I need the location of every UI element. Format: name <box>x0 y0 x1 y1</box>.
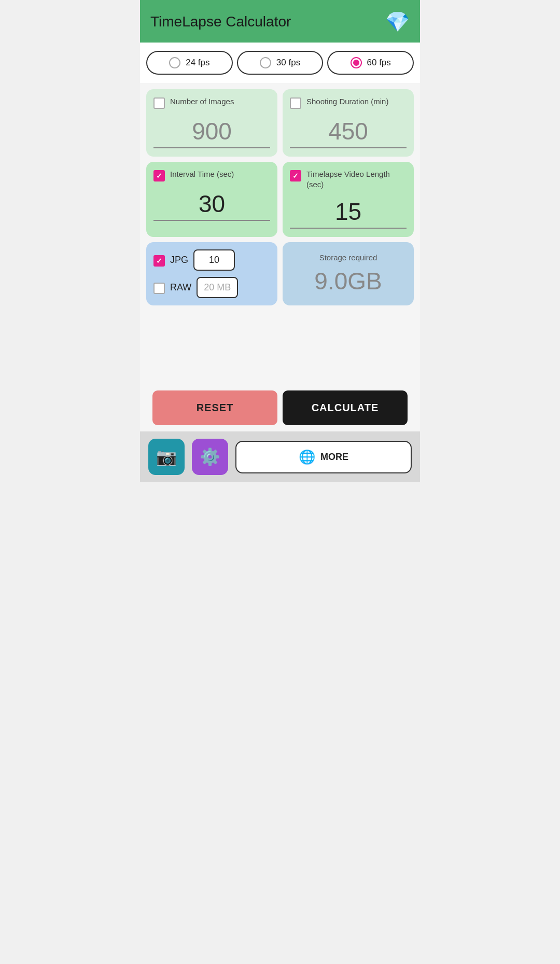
checkbox-raw[interactable] <box>153 283 165 294</box>
jpg-input[interactable] <box>193 249 235 271</box>
settings-nav-button[interactable]: ⚙️ <box>192 439 228 475</box>
card-video-length-header: ✓ Timelapse Video Length (sec) <box>290 169 407 189</box>
card-interval-time-value[interactable]: 30 <box>153 190 270 221</box>
fps-option-60[interactable]: 60 fps <box>327 51 414 75</box>
checkmark-video: ✓ <box>292 172 299 179</box>
row-interval-video: ✓ Interval Time (sec) 30 ✓ Timelapse Vid… <box>146 162 414 237</box>
card-shooting-duration-header: Shooting Duration (min) <box>290 96 407 109</box>
checkbox-video-length[interactable]: ✓ <box>290 170 301 181</box>
row-file-storage: ✓ JPG RAW Storage required 9.0GB <box>146 242 414 305</box>
storage-label: Storage required <box>319 253 377 262</box>
checkmark-jpg: ✓ <box>156 257 162 264</box>
radio-24 <box>169 57 180 68</box>
fps-label-24: 24 fps <box>186 58 209 68</box>
card-shooting-duration: Shooting Duration (min) 450 <box>283 89 414 157</box>
checkbox-interval-time[interactable]: ✓ <box>153 170 165 181</box>
app-title: TimeLapse Calculator <box>150 13 291 30</box>
card-interval-time-header: ✓ Interval Time (sec) <box>153 169 270 181</box>
more-label: MORE <box>320 452 348 463</box>
raw-input[interactable] <box>197 277 238 298</box>
gem-icon: 💎 <box>385 10 410 33</box>
checkbox-num-images[interactable] <box>153 97 165 109</box>
raw-row: RAW <box>153 277 270 298</box>
card-interval-time-label: Interval Time (sec) <box>170 169 234 179</box>
card-shooting-duration-value[interactable]: 450 <box>290 117 407 148</box>
calculate-button[interactable]: CALCULATE <box>283 390 408 425</box>
camera-icon: 📷 <box>156 447 177 467</box>
fps-label-60: 60 fps <box>367 58 391 68</box>
reset-button[interactable]: RESET <box>152 390 277 425</box>
storage-value: 9.0GB <box>314 267 382 295</box>
more-button[interactable]: 🌐 MORE <box>235 441 412 473</box>
card-storage: Storage required 9.0GB <box>283 242 414 305</box>
card-video-length-label: Timelapse Video Length (sec) <box>306 169 407 189</box>
globe-icon: 🌐 <box>299 449 315 465</box>
card-num-images-label: Number of Images <box>170 96 234 107</box>
jpg-row: ✓ JPG <box>153 249 270 271</box>
card-file-types: ✓ JPG RAW <box>146 242 277 305</box>
nav-bar: 📷 ⚙️ 🌐 MORE <box>140 431 420 482</box>
action-buttons: RESET CALCULATE <box>146 382 414 431</box>
checkbox-shooting-duration[interactable] <box>290 97 301 109</box>
fps-label-30: 30 fps <box>276 58 300 68</box>
radio-60 <box>351 57 362 68</box>
card-video-length-value[interactable]: 15 <box>290 198 407 229</box>
radio-30 <box>260 57 271 68</box>
card-shooting-duration-label: Shooting Duration (min) <box>306 96 388 107</box>
settings-icon: ⚙️ <box>200 447 220 467</box>
radio-dot-60 <box>353 60 359 66</box>
card-video-length: ✓ Timelapse Video Length (sec) 15 <box>283 162 414 237</box>
main-content: Number of Images 900 Shooting Duration (… <box>140 83 420 431</box>
row-images-duration: Number of Images 900 Shooting Duration (… <box>146 89 414 157</box>
card-num-images-value[interactable]: 900 <box>153 117 270 148</box>
card-num-images-header: Number of Images <box>153 96 270 109</box>
fps-option-24[interactable]: 24 fps <box>146 51 233 75</box>
checkbox-jpg[interactable]: ✓ <box>153 255 165 267</box>
app-header: TimeLapse Calculator 💎 <box>140 0 420 43</box>
spacer <box>146 311 414 377</box>
card-num-images: Number of Images 900 <box>146 89 277 157</box>
fps-option-30[interactable]: 30 fps <box>237 51 324 75</box>
camera-nav-button[interactable]: 📷 <box>148 439 185 475</box>
card-interval-time: ✓ Interval Time (sec) 30 <box>146 162 277 237</box>
raw-label: RAW <box>170 282 191 293</box>
jpg-label: JPG <box>170 255 188 266</box>
checkmark-interval: ✓ <box>156 172 162 179</box>
fps-selector: 24 fps 30 fps 60 fps <box>140 43 420 83</box>
